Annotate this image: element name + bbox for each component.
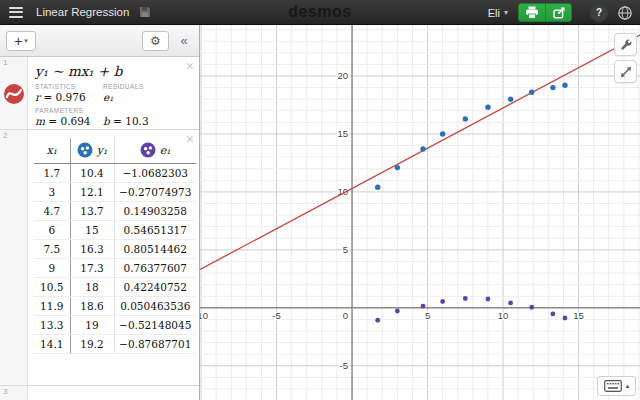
collapse-panel-button[interactable]: « bbox=[174, 31, 194, 51]
expression-gutter[interactable]: 2 bbox=[0, 130, 28, 385]
close-icon[interactable]: × bbox=[186, 59, 194, 73]
table-body: 1.710.4−1.0682303312.1−0.270749734.713.7… bbox=[34, 163, 196, 353]
table-cell[interactable]: 13.3 bbox=[34, 315, 70, 334]
expression-gutter[interactable]: 1 bbox=[0, 57, 28, 129]
table-cell[interactable]: 7.5 bbox=[34, 239, 70, 258]
table-row: 917.30.76377607 bbox=[34, 258, 196, 277]
hamburger-menu-icon[interactable] bbox=[9, 7, 23, 18]
table-cell[interactable]: 19 bbox=[70, 315, 114, 334]
table-cell[interactable]: 0.14903258 bbox=[114, 201, 196, 220]
table-cell[interactable]: −0.27074973 bbox=[114, 182, 196, 201]
expression-gutter[interactable]: 3 bbox=[0, 386, 28, 400]
edit-list-button[interactable]: ⚙ bbox=[142, 31, 169, 51]
table-row: 6150.54651317 bbox=[34, 220, 196, 239]
table-cell[interactable]: 4.7 bbox=[34, 201, 70, 220]
r-value: r = 0.976 bbox=[35, 91, 103, 103]
svg-text:15: 15 bbox=[337, 128, 348, 139]
expression-number: 3 bbox=[3, 387, 7, 396]
svg-text:0: 0 bbox=[343, 310, 348, 321]
graph-title[interactable]: Linear Regression bbox=[36, 6, 129, 18]
table-row: 7.516.30.80514462 bbox=[34, 239, 196, 258]
top-bar: Linear Regression desmos Eli ▾ bbox=[0, 0, 640, 25]
table-cell[interactable]: 6 bbox=[34, 220, 70, 239]
table-cell[interactable]: 1.7 bbox=[34, 163, 70, 182]
resize-diagonal-icon bbox=[619, 65, 633, 79]
chevron-down-icon: ▾ bbox=[24, 37, 28, 45]
language-globe-button[interactable] bbox=[616, 4, 634, 22]
column-header-e1[interactable]: e₁ bbox=[114, 138, 196, 163]
globe-icon bbox=[617, 5, 633, 21]
table-cell[interactable]: 3 bbox=[34, 182, 70, 201]
gear-icon: ⚙ bbox=[150, 34, 161, 48]
table-row: 10.5180.42240752 bbox=[34, 277, 196, 296]
default-zoom-button[interactable] bbox=[614, 60, 637, 83]
wrench-icon bbox=[619, 38, 633, 52]
table-cell[interactable]: −0.87687701 bbox=[114, 334, 196, 353]
share-icon bbox=[552, 6, 566, 20]
residuals-label: RESIDUALS bbox=[103, 83, 199, 90]
help-button[interactable]: ? bbox=[590, 4, 608, 22]
table-cell[interactable]: 18.6 bbox=[70, 296, 114, 315]
column-header-y1[interactable]: y₁ bbox=[70, 138, 114, 163]
table-row: 13.319−0.52148045 bbox=[34, 315, 196, 334]
table-content: x₁ y₁ bbox=[28, 130, 199, 385]
expression-panel: + ▾ ⚙ « 1 y₁ ~ mx₁ + b bbox=[0, 25, 200, 400]
statistics-label: STATISTICS bbox=[35, 83, 103, 90]
graph-svg[interactable]: -10-551015-551015200 bbox=[200, 25, 640, 400]
table-cell[interactable]: 19.2 bbox=[70, 334, 114, 353]
svg-text:5: 5 bbox=[343, 244, 348, 255]
table-cell[interactable]: 12.1 bbox=[70, 182, 114, 201]
table-cell[interactable]: 13.7 bbox=[70, 201, 114, 220]
print-button[interactable] bbox=[519, 4, 545, 21]
point-style-blue-icon[interactable] bbox=[77, 142, 93, 158]
expression-empty[interactable]: 3 bbox=[0, 386, 199, 400]
expression-toolbar: + ▾ ⚙ « bbox=[0, 25, 199, 57]
close-icon[interactable]: × bbox=[186, 132, 194, 146]
table-cell[interactable]: −1.0682303 bbox=[114, 163, 196, 182]
b-value: b = 10.3 bbox=[103, 115, 199, 127]
printer-icon bbox=[525, 6, 539, 19]
keyboard-icon bbox=[604, 380, 622, 392]
table-row: 312.1−0.27074973 bbox=[34, 182, 196, 201]
table-cell[interactable]: 11.9 bbox=[34, 296, 70, 315]
expression-number: 1 bbox=[3, 58, 7, 67]
svg-text:10: 10 bbox=[498, 310, 509, 321]
point-style-purple-icon[interactable] bbox=[140, 142, 156, 158]
table-row: 14.119.2−0.87687701 bbox=[34, 334, 196, 353]
table-cell[interactable]: 16.3 bbox=[70, 239, 114, 258]
column-header-x1[interactable]: x₁ bbox=[34, 138, 70, 163]
table-cell[interactable]: 0.050463536 bbox=[114, 296, 196, 315]
help-label: ? bbox=[596, 7, 602, 18]
graph-settings-button[interactable] bbox=[614, 33, 637, 56]
table-header-row: x₁ y₁ bbox=[34, 138, 196, 163]
save-icon[interactable] bbox=[139, 6, 151, 18]
table-cell[interactable]: 14.1 bbox=[34, 334, 70, 353]
svg-text:-5: -5 bbox=[340, 360, 348, 371]
table-cell[interactable]: 9 bbox=[34, 258, 70, 277]
table-cell[interactable]: 10.4 bbox=[70, 163, 114, 182]
table-cell[interactable]: 0.80514462 bbox=[114, 239, 196, 258]
graph-paper[interactable]: -10-551015-551015200 bbox=[200, 25, 640, 400]
expression-number: 2 bbox=[3, 131, 7, 140]
table-cell[interactable]: 15 bbox=[70, 220, 114, 239]
user-menu[interactable]: Eli ▾ bbox=[488, 7, 508, 19]
table-cell[interactable]: 10.5 bbox=[34, 277, 70, 296]
expression-table[interactable]: 2 x₁ bbox=[0, 130, 199, 386]
share-button[interactable] bbox=[545, 4, 571, 21]
expression-content[interactable]: y₁ ~ mx₁ + b STATISTICS r = 0.976 RESIDU… bbox=[28, 57, 199, 129]
desmos-app: Linear Regression desmos Eli ▾ bbox=[0, 0, 640, 400]
regression-formula[interactable]: y₁ ~ mx₁ + b bbox=[35, 63, 199, 79]
table-cell[interactable]: 0.42240752 bbox=[114, 277, 196, 296]
show-keyboard-button[interactable]: ▴ bbox=[597, 376, 636, 396]
parameters-label: PARAMETERS bbox=[35, 107, 103, 114]
plus-icon: + bbox=[14, 33, 22, 49]
table-cell[interactable]: 0.76377607 bbox=[114, 258, 196, 277]
table-cell[interactable]: 0.54651317 bbox=[114, 220, 196, 239]
collapse-icon: « bbox=[180, 33, 187, 48]
regression-curve-icon[interactable] bbox=[3, 83, 25, 105]
table-cell[interactable]: 17.3 bbox=[70, 258, 114, 277]
table-cell[interactable]: −0.52148045 bbox=[114, 315, 196, 334]
table-cell[interactable]: 18 bbox=[70, 277, 114, 296]
expression-regression[interactable]: 1 y₁ ~ mx₁ + b STATISTICS r = 0.976 RESI… bbox=[0, 57, 199, 130]
add-expression-button[interactable]: + ▾ bbox=[6, 31, 36, 51]
